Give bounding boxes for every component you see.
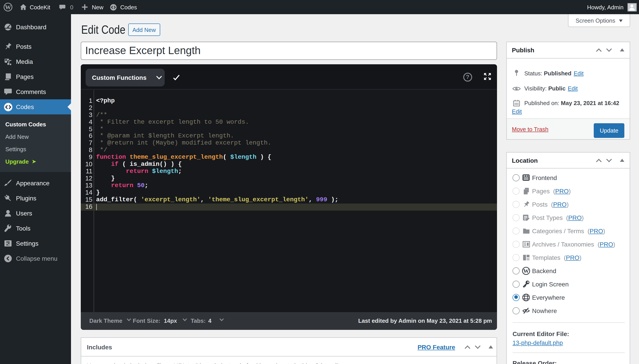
svg-text:W: W	[523, 268, 529, 274]
svg-text:W: W	[5, 4, 11, 11]
